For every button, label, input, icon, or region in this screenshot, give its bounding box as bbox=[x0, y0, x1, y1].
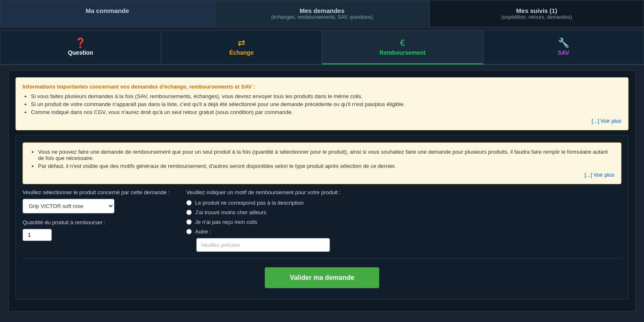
tab-ma-commande[interactable]: Ma commande bbox=[0, 0, 215, 27]
main-content: Informations importantes concernant vos … bbox=[8, 70, 636, 312]
product-select[interactable]: Grip VICTOR soft rose bbox=[23, 199, 114, 213]
info-box-1-item-1: Si vous faites plusieurs demandes à la f… bbox=[31, 93, 621, 99]
motif-item-3[interactable]: Je n'ai pas reçu mon colis bbox=[186, 219, 621, 225]
quantity-input-wrapper bbox=[23, 229, 52, 241]
quantity-label: Quantité du produit à rembourser : bbox=[23, 219, 170, 226]
info-box-2-list: Vous ne pouvez faire une demande de remb… bbox=[30, 149, 614, 169]
motif-item-2[interactable]: J'ai trouvé moins cher ailleurs bbox=[186, 209, 621, 216]
submit-area: Valider ma demande bbox=[23, 267, 621, 288]
motif-item-4[interactable]: Autre : bbox=[186, 228, 621, 235]
tab-sav[interactable]: 🔧 SAV bbox=[483, 30, 644, 64]
voir-plus-1[interactable]: [...] Voir plus bbox=[23, 118, 621, 124]
info-box-2-item-1: Vous ne pouvez faire une demande de remb… bbox=[38, 149, 614, 161]
tab-mes-suivis[interactable]: Mes suivis (1) (expédition, retours, dem… bbox=[429, 0, 644, 27]
remboursement-icon: € bbox=[400, 38, 405, 48]
motif-radio-group: Le produit ne correspond pas à la descri… bbox=[186, 200, 621, 252]
motif-radio-2[interactable] bbox=[186, 210, 192, 215]
tab-mes-demandes[interactable]: Mes demandes (échanges, remboursements, … bbox=[215, 0, 429, 27]
motif-radio-1[interactable] bbox=[186, 200, 192, 205]
info-box-1-list: Si vous faites plusieurs demandes à la f… bbox=[23, 93, 621, 115]
info-box-2: Vous ne pouvez faire une demande de remb… bbox=[23, 142, 621, 184]
top-navigation: Ma commande Mes demandes (échanges, remb… bbox=[0, 0, 644, 27]
tab-question[interactable]: ❓ Question bbox=[0, 30, 161, 64]
form-separator bbox=[23, 259, 621, 259]
voir-plus-2[interactable]: [...] Voir plus bbox=[30, 172, 614, 178]
info-box-1: Informations importantes concernant vos … bbox=[15, 77, 629, 130]
submit-button[interactable]: Valider ma demande bbox=[265, 267, 380, 288]
motif-label-4: Autre : bbox=[195, 228, 211, 235]
secondary-navigation: ❓ Question ⇄ Échange € Remboursement 🔧 S… bbox=[0, 30, 644, 65]
form-left-col: Veuillez sélectionner le produit concern… bbox=[23, 189, 170, 252]
sav-icon: 🔧 bbox=[558, 38, 569, 48]
motif-radio-4[interactable] bbox=[186, 229, 192, 234]
info-box-2-item-2: Par défaut, il n'est visible que des mot… bbox=[38, 163, 614, 169]
form-row: Veuillez sélectionner le produit concern… bbox=[23, 189, 621, 252]
motif-label-3: Je n'ai pas reçu mon colis bbox=[195, 219, 257, 225]
echange-icon: ⇄ bbox=[238, 38, 245, 48]
motif-item-1[interactable]: Le produit ne correspond pas à la descri… bbox=[186, 200, 621, 206]
motif-label: Veuillez indiquer un motif de remboursem… bbox=[186, 189, 621, 195]
tab-echange[interactable]: ⇄ Échange bbox=[161, 30, 322, 64]
question-icon: ❓ bbox=[75, 38, 86, 48]
product-label: Veuillez sélectionner le produit concern… bbox=[23, 189, 170, 195]
motif-radio-3[interactable] bbox=[186, 219, 192, 225]
form-section: Vous ne pouvez faire une demande de remb… bbox=[15, 135, 629, 299]
motif-label-2: J'ai trouvé moins cher ailleurs bbox=[195, 209, 266, 216]
product-select-wrapper: Grip VICTOR soft rose bbox=[23, 199, 114, 213]
tab-remboursement[interactable]: € Remboursement bbox=[322, 30, 483, 64]
form-right-col: Veuillez indiquer un motif de remboursem… bbox=[186, 189, 621, 252]
autre-input[interactable] bbox=[196, 238, 330, 252]
info-box-1-title: Informations importantes concernant vos … bbox=[23, 84, 621, 90]
motif-label-1: Le produit ne correspond pas à la descri… bbox=[195, 200, 304, 206]
quantity-stepper[interactable] bbox=[23, 229, 42, 241]
info-box-1-item-2: Si un produit de votre commande n'appara… bbox=[31, 101, 621, 107]
info-box-1-item-3: Comme indiqué dans nos CGV, vous n'aurez… bbox=[31, 109, 621, 115]
